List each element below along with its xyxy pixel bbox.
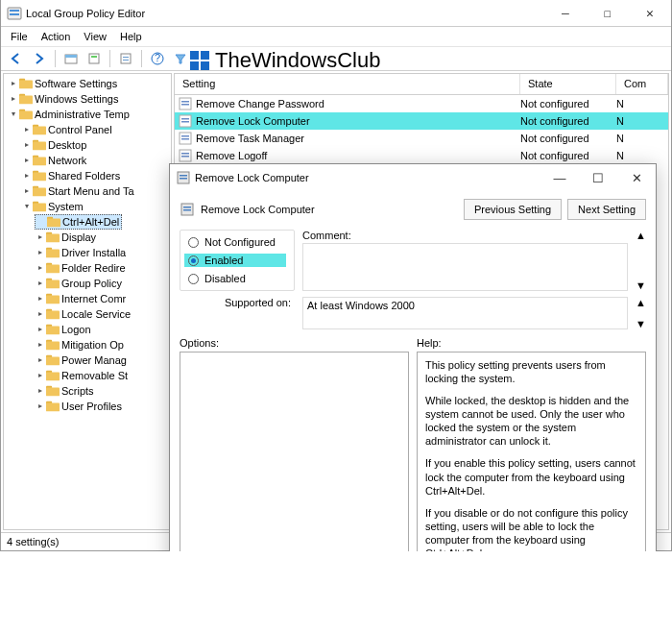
svg-rect-31 xyxy=(33,188,46,197)
toolbar-help-icon[interactable]: ? xyxy=(148,49,167,68)
policy-icon xyxy=(180,202,195,217)
tree-item[interactable]: ▾System xyxy=(21,199,171,214)
svg-rect-19 xyxy=(19,96,33,105)
tree-item[interactable]: ▸Internet Comr xyxy=(35,291,126,306)
svg-rect-33 xyxy=(33,204,46,212)
setting-state: Not configured xyxy=(520,115,616,127)
close-button[interactable]: ✕ xyxy=(629,0,671,27)
policy-icon xyxy=(176,170,191,185)
help-paragraph: While locked, the desktop is hidden and … xyxy=(425,394,637,448)
setting-state: Not configured xyxy=(520,98,616,109)
tree-item[interactable]: ▸Windows Settings xyxy=(8,91,118,107)
list-row[interactable]: Remove Change PasswordNot configuredN xyxy=(175,95,668,112)
tree-item[interactable]: ▸User Profiles xyxy=(35,399,122,414)
toolbar-icon-1[interactable] xyxy=(61,49,81,68)
toolbar-icon-3[interactable] xyxy=(116,49,135,68)
header-state[interactable]: State xyxy=(520,74,616,94)
next-setting-button[interactable]: Next Setting xyxy=(567,199,646,220)
tree-item[interactable]: ▸Display xyxy=(35,230,96,245)
svg-rect-57 xyxy=(46,388,60,397)
svg-rect-64 xyxy=(181,118,189,120)
svg-rect-73 xyxy=(180,175,187,177)
options-label: Options: xyxy=(180,337,409,349)
svg-rect-29 xyxy=(33,173,46,182)
tree-item[interactable]: ▸Logon xyxy=(35,322,91,337)
svg-rect-27 xyxy=(33,158,46,166)
svg-rect-68 xyxy=(181,138,189,140)
toolbar-filter-icon[interactable] xyxy=(171,49,190,68)
toolbar: ? xyxy=(1,46,671,71)
tree-item[interactable]: ▸Start Menu and Ta xyxy=(21,183,134,199)
titlebar: Local Group Policy Editor — ☐ ✕ xyxy=(1,0,671,27)
tree-pane[interactable]: ▸Software Settings▸Windows Settings▾Admi… xyxy=(3,73,172,530)
svg-rect-1 xyxy=(10,10,19,12)
setting-name: Remove Logoff xyxy=(196,150,267,161)
tree-item[interactable]: ▸Mitigation Op xyxy=(35,337,124,352)
tree-item[interactable]: ▸Power Manag xyxy=(35,352,127,368)
svg-rect-6 xyxy=(91,56,97,58)
header-setting[interactable]: Setting xyxy=(175,74,520,94)
tree-item[interactable]: ▸Driver Installa xyxy=(35,245,126,260)
tree-item[interactable]: ▸Folder Redire xyxy=(35,260,126,276)
comment-scroll[interactable]: ▲▼ xyxy=(636,230,646,291)
dialog-close-button[interactable]: ✕ xyxy=(617,164,656,191)
forward-button[interactable] xyxy=(30,49,49,68)
comment-textbox[interactable] xyxy=(302,243,628,291)
setting-comment: N xyxy=(616,150,668,161)
svg-rect-21 xyxy=(19,111,33,120)
tree-item[interactable]: ▸Desktop xyxy=(21,137,86,153)
radio-not-configured[interactable]: Not Configured xyxy=(188,236,286,248)
tree-item[interactable]: ▸Removable St xyxy=(35,368,128,383)
svg-rect-49 xyxy=(46,327,60,335)
options-box xyxy=(180,352,409,551)
back-button[interactable] xyxy=(7,49,26,68)
state-radio-group: Not Configured Enabled Disabled xyxy=(180,230,295,291)
tree-item[interactable]: ▸Software Settings xyxy=(8,76,117,91)
menu-view[interactable]: View xyxy=(84,31,107,42)
help-paragraph: This policy setting prevents users from … xyxy=(425,358,637,385)
svg-rect-61 xyxy=(181,101,189,103)
svg-rect-77 xyxy=(183,209,191,211)
menu-action[interactable]: Action xyxy=(41,31,71,42)
tree-item[interactable]: ▸Locale Service xyxy=(35,306,131,322)
svg-rect-23 xyxy=(33,127,46,135)
supported-scroll[interactable]: ▲▼ xyxy=(636,297,646,329)
tree-item[interactable]: ▾Administrative Temp xyxy=(8,107,171,122)
radio-enabled[interactable]: Enabled xyxy=(184,254,286,267)
maximize-button[interactable]: ☐ xyxy=(587,0,629,27)
setting-state: Not configured xyxy=(520,133,616,144)
dialog-minimize-button[interactable]: — xyxy=(540,164,579,191)
svg-rect-70 xyxy=(181,153,189,155)
menubar: File Action View Help xyxy=(1,27,671,46)
radio-disabled[interactable]: Disabled xyxy=(188,273,286,284)
tree-item[interactable]: ▸Group Policy xyxy=(35,276,122,291)
toolbar-icon-2[interactable] xyxy=(84,49,104,68)
menu-file[interactable]: File xyxy=(11,31,28,42)
policy-dialog: Remove Lock Computer — ☐ ✕ Remove Lock C… xyxy=(169,163,657,551)
list-row[interactable]: Remove Lock ComputerNot configuredN xyxy=(175,112,668,130)
dialog-subtitle-row: Remove Lock Computer xyxy=(180,202,458,217)
previous-setting-button[interactable]: Previous Setting xyxy=(464,199,562,220)
svg-rect-67 xyxy=(181,135,189,137)
svg-rect-25 xyxy=(33,142,46,151)
help-box: This policy setting prevents users from … xyxy=(417,352,646,551)
window-controls: — ☐ ✕ xyxy=(544,0,671,27)
comment-label: Comment: xyxy=(302,230,628,241)
dialog-subtitle: Remove Lock Computer xyxy=(201,204,315,215)
list-row[interactable]: Remove Task ManagerNot configuredN xyxy=(175,130,668,147)
svg-rect-2 xyxy=(10,13,19,15)
header-comment[interactable]: Com xyxy=(616,74,668,94)
dialog-titlebar: Remove Lock Computer — ☐ ✕ xyxy=(170,164,656,191)
list-row[interactable]: Remove LogoffNot configuredN xyxy=(175,147,668,164)
tree-item[interactable]: Ctrl+Alt+Del xyxy=(35,214,122,230)
tree-item[interactable]: ▸Scripts xyxy=(35,383,94,399)
svg-rect-65 xyxy=(181,121,189,123)
tree-item[interactable]: ▸Shared Folders xyxy=(21,168,120,183)
tree-item[interactable]: ▸Control Panel xyxy=(21,122,112,137)
minimize-button[interactable]: — xyxy=(544,0,587,27)
tree-item[interactable]: ▸Network xyxy=(21,153,86,168)
svg-rect-17 xyxy=(19,81,33,89)
menu-help[interactable]: Help xyxy=(120,31,142,42)
setting-name: Remove Lock Computer xyxy=(196,115,310,127)
dialog-maximize-button[interactable]: ☐ xyxy=(579,164,617,191)
